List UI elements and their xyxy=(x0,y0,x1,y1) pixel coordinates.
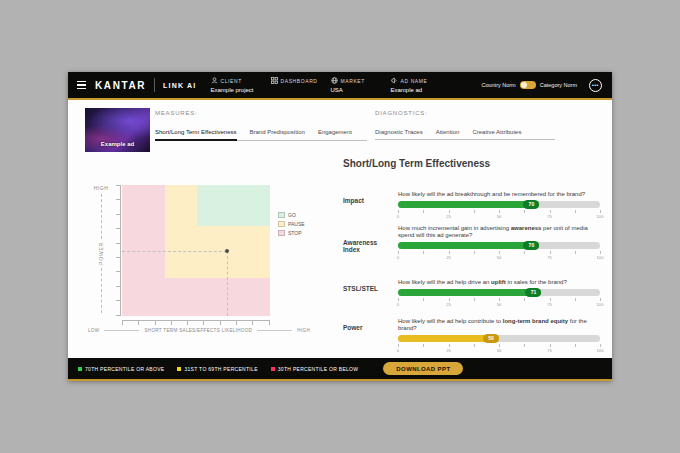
bar-fill xyxy=(398,289,541,296)
menu-icon[interactable] xyxy=(77,81,86,89)
bar-fill xyxy=(398,242,539,249)
download-ppt-button[interactable]: DOWNLOAD PPT xyxy=(383,362,463,375)
metric-bar: 70 xyxy=(398,242,600,249)
nav-ad-name[interactable]: AD NAME Example ad xyxy=(391,77,451,93)
quadrant-legend: GO PAUSE STOP xyxy=(278,212,305,239)
measures-label: MEASURES: xyxy=(155,110,367,116)
x-axis: LOW SHORT TERM SALES/EFFECTS LIKELIHOOD … xyxy=(88,328,310,333)
ad-name-value: Example ad xyxy=(391,87,451,93)
kantar-logo: KANTAR xyxy=(95,80,146,91)
diagnostics-tabs: Diagnostic Traces Attention Creative Att… xyxy=(375,129,555,140)
legend-item-stop: STOP xyxy=(278,230,305,236)
x-axis-ticks xyxy=(122,320,270,325)
yellow-percentile-swatch xyxy=(177,367,181,371)
y-axis-dash xyxy=(101,268,102,313)
nav-dashboard[interactable]: DASHBOARD xyxy=(271,77,331,93)
bar-scale: 0255075100 xyxy=(398,344,600,355)
metric-question: How likely will the ad help drive an upl… xyxy=(398,279,600,286)
y-axis-high-label: HIGH xyxy=(94,185,109,191)
red-percentile-swatch xyxy=(271,367,275,371)
ad-thumbnail: Example ad xyxy=(85,108,150,152)
nav-client[interactable]: CLIENT Example project xyxy=(211,77,271,93)
metric-question: How much incremental gain in advertising… xyxy=(398,225,600,239)
go-swatch xyxy=(278,212,285,218)
more-options-button[interactable]: ••• xyxy=(589,79,602,92)
zone-go xyxy=(197,185,270,226)
category-norm-label: Category Norm xyxy=(540,82,577,88)
ad-thumbnail-caption: Example ad xyxy=(85,141,150,147)
diagnostics-label: DIAGNOSTICS: xyxy=(375,110,555,116)
metric-bar: 50 xyxy=(398,335,600,342)
quadrant-chart: HIGH POWER LOW SHORT TERM SALES/EFFECTS … xyxy=(88,185,328,358)
score-badge: 71 xyxy=(525,288,541,297)
pause-swatch xyxy=(278,221,285,227)
score-badge: 70 xyxy=(523,200,539,209)
footer-legend-red: 30TH PERCENTILE OR BELOW xyxy=(271,366,359,372)
country-norm-label: Country Norm xyxy=(481,82,515,88)
bar-scale: 0255075100 xyxy=(398,210,600,221)
metric-label: Impact xyxy=(343,197,395,204)
metric-row-stsl-stel: STSL/STEL How likely will the ad help dr… xyxy=(343,279,612,309)
metric-row-power: Power How likely will the ad help contri… xyxy=(343,318,612,355)
tab-brand-predisposition[interactable]: Brand Predisposition xyxy=(250,129,305,140)
market-value: USA xyxy=(331,87,391,93)
header-divider xyxy=(154,78,155,92)
tab-creative-attributes[interactable]: Creative Attributes xyxy=(472,129,521,139)
metric-label: STSL/STEL xyxy=(343,285,395,292)
score-badge: 70 xyxy=(523,241,539,250)
content-area: Example ad MEASURES: Short/Long Term Eff… xyxy=(68,100,612,358)
footer-legend-yellow: 31ST TO 69TH PERCENTILE xyxy=(177,366,257,372)
measures-tabs: Short/Long Term Effectiveness Brand Pred… xyxy=(155,129,367,141)
metric-bar: 71 xyxy=(398,289,600,296)
y-axis-title: POWER xyxy=(98,242,104,265)
metric-row-impact: Impact How likely will the ad breakthrou… xyxy=(343,191,612,221)
nav-market[interactable]: MARKET USA xyxy=(331,77,391,93)
norm-toggle[interactable] xyxy=(520,81,536,89)
diagnostics-section: DIAGNOSTICS: Diagnostic Traces Attention… xyxy=(375,110,555,140)
legend-item-pause: PAUSE xyxy=(278,221,305,227)
tab-short-long-term-effectiveness[interactable]: Short/Long Term Effectiveness xyxy=(155,129,237,141)
bottom-bar: 70TH PERCENTILE OR ABOVE 31ST TO 69TH PE… xyxy=(68,358,612,381)
metric-question: How likely will the ad breakthrough and … xyxy=(398,191,600,198)
x-axis-title: SHORT TERM SALES/EFFECTS LIKELIHOOD xyxy=(144,328,252,333)
y-axis-ticks xyxy=(116,185,121,316)
metric-label: Awareness Index xyxy=(343,239,395,253)
page-background: KANTAR LINK AI CLIENT Example project xyxy=(0,0,680,453)
tab-engagement[interactable]: Engagement xyxy=(318,129,352,140)
ellipsis-icon: ••• xyxy=(592,82,599,88)
crosshair-horizontal xyxy=(122,251,227,252)
measures-section: MEASURES: Short/Long Term Effectiveness … xyxy=(155,110,367,141)
metric-row-awareness-index: Awareness Index How much incremental gai… xyxy=(343,225,612,262)
tab-diagnostic-traces[interactable]: Diagnostic Traces xyxy=(375,129,423,139)
product-name: LINK AI xyxy=(163,82,196,89)
market-globe-icon xyxy=(331,77,338,84)
toggle-knob xyxy=(521,82,527,88)
ad-name-icon xyxy=(391,77,398,84)
x-axis-high-label: HIGH xyxy=(297,328,310,333)
tab-attention[interactable]: Attention xyxy=(436,129,460,139)
green-percentile-swatch xyxy=(78,367,82,371)
quadrant-plot-area xyxy=(122,185,270,316)
norm-toggle-group: Country Norm Category Norm xyxy=(481,81,577,89)
footer-legend-green: 70TH PERCENTILE OR ABOVE xyxy=(78,366,164,372)
y-axis: HIGH POWER xyxy=(88,185,114,316)
bar-scale: 0255075100 xyxy=(398,251,600,262)
score-badge: 50 xyxy=(483,334,499,343)
bar-fill xyxy=(398,201,539,208)
x-axis-line xyxy=(104,330,139,331)
top-bar: KANTAR LINK AI CLIENT Example project xyxy=(68,72,612,100)
client-icon xyxy=(211,77,218,84)
bar-scale: 0255075100 xyxy=(398,298,600,309)
data-point xyxy=(225,249,229,253)
legend-item-go: GO xyxy=(278,212,305,218)
stop-swatch xyxy=(278,230,285,236)
page-title: Short/Long Term Effectiveness xyxy=(343,158,490,169)
y-axis-dash xyxy=(101,194,102,239)
client-value: Example project xyxy=(211,87,271,93)
x-axis-low-label: LOW xyxy=(88,328,99,333)
metric-label: Power xyxy=(343,324,395,331)
metric-bar: 70 xyxy=(398,201,600,208)
crosshair-vertical xyxy=(227,251,228,317)
header-nav: CLIENT Example project DASHBOARD xyxy=(211,77,451,93)
app-window: KANTAR LINK AI CLIENT Example project xyxy=(68,72,612,381)
